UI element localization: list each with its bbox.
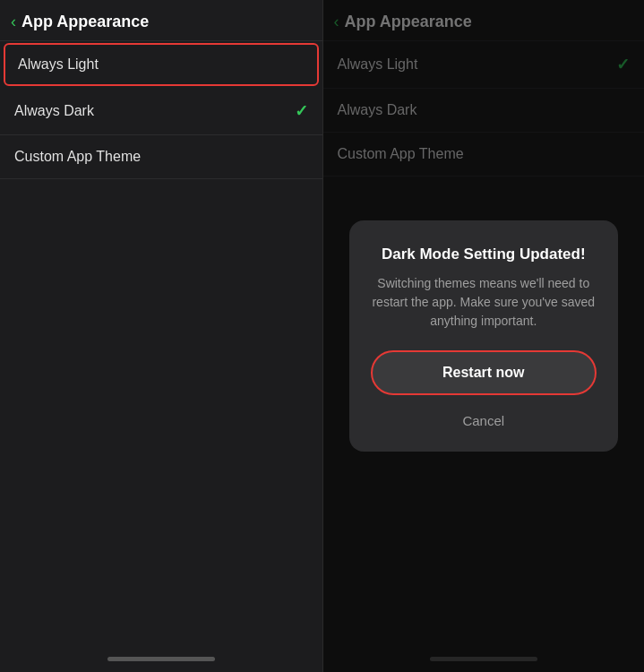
left-header-title: App Appearance xyxy=(21,13,149,31)
modal-title: Dark Mode Setting Updated! xyxy=(382,246,586,263)
left-panel: ‹ App Appearance Always Light Always Dar… xyxy=(0,0,322,672)
left-custom-theme-label: Custom App Theme xyxy=(14,149,141,165)
left-always-dark-label: Always Dark xyxy=(14,103,94,119)
left-menu-item-always-light[interactable]: Always Light xyxy=(4,43,319,86)
modal-body: Switching themes means we'll need to res… xyxy=(371,274,597,331)
cancel-button[interactable]: Cancel xyxy=(462,408,504,434)
left-menu-list: Always Light Always Dark ✓ Custom App Th… xyxy=(0,41,322,650)
modal-card: Dark Mode Setting Updated! Switching the… xyxy=(349,220,618,452)
left-menu-item-always-dark[interactable]: Always Dark ✓ xyxy=(0,88,322,135)
left-header: ‹ App Appearance xyxy=(0,0,322,40)
left-always-light-label: Always Light xyxy=(18,56,99,73)
right-panel: ‹ App Appearance Always Light ✓ Always D… xyxy=(322,0,645,672)
modal-overlay: Dark Mode Setting Updated! Switching the… xyxy=(323,0,645,672)
restart-now-button[interactable]: Restart now xyxy=(371,350,597,395)
left-home-indicator xyxy=(107,657,215,661)
back-icon-left[interactable]: ‹ xyxy=(11,13,16,31)
left-menu-item-custom-theme[interactable]: Custom App Theme xyxy=(0,135,322,179)
left-always-dark-check: ✓ xyxy=(295,101,308,121)
